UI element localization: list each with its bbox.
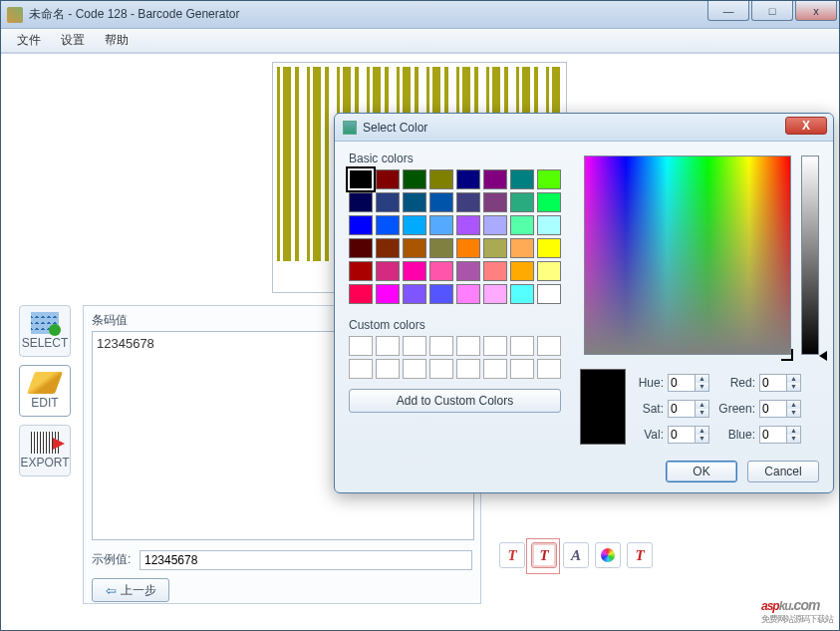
blue-input[interactable] bbox=[759, 426, 787, 444]
hue-input[interactable] bbox=[668, 374, 696, 392]
custom-swatch[interactable] bbox=[456, 336, 480, 356]
swatch[interactable] bbox=[429, 192, 453, 212]
dialog-titlebar[interactable]: Select Color X bbox=[335, 114, 833, 142]
swatch[interactable] bbox=[456, 192, 480, 212]
swatch[interactable] bbox=[429, 169, 453, 189]
menu-settings[interactable]: 设置 bbox=[51, 30, 95, 51]
green-input[interactable] bbox=[759, 400, 787, 418]
sidebar-select[interactable]: SELECT bbox=[19, 305, 71, 357]
custom-swatch[interactable] bbox=[403, 336, 426, 356]
swatch[interactable] bbox=[456, 261, 480, 281]
val-input[interactable] bbox=[668, 426, 696, 444]
red-input[interactable] bbox=[759, 374, 787, 392]
swatch[interactable] bbox=[376, 284, 400, 304]
titlebar[interactable]: 未命名 - Code 128 - Barcode Generator — □ x bbox=[1, 1, 839, 29]
val-spinner[interactable]: ▲▼ bbox=[696, 426, 709, 444]
style-icon-1[interactable]: T bbox=[499, 542, 525, 568]
swatch[interactable] bbox=[349, 238, 373, 258]
swatch[interactable] bbox=[403, 238, 426, 258]
swatch[interactable] bbox=[349, 261, 373, 281]
style-icon-5[interactable]: T bbox=[627, 542, 653, 568]
maximize-button[interactable]: □ bbox=[751, 1, 793, 21]
swatch[interactable] bbox=[429, 261, 453, 281]
swatch[interactable] bbox=[403, 215, 426, 235]
swatch[interactable] bbox=[376, 169, 400, 189]
prev-button[interactable]: ⇦ 上一步 bbox=[92, 578, 169, 602]
swatch[interactable] bbox=[510, 238, 534, 258]
swatch[interactable] bbox=[537, 215, 561, 235]
menu-help[interactable]: 帮助 bbox=[95, 30, 139, 51]
style-icon-3[interactable]: A bbox=[563, 542, 589, 568]
close-button[interactable]: x bbox=[795, 1, 837, 21]
swatch[interactable] bbox=[429, 215, 453, 235]
sample-value-input[interactable] bbox=[140, 550, 472, 570]
swatch[interactable] bbox=[483, 238, 507, 258]
blue-spinner[interactable]: ▲▼ bbox=[787, 426, 801, 444]
swatch[interactable] bbox=[537, 261, 561, 281]
custom-swatch[interactable] bbox=[483, 336, 507, 356]
swatch[interactable] bbox=[510, 192, 534, 212]
swatch[interactable] bbox=[376, 215, 400, 235]
custom-swatch[interactable] bbox=[537, 336, 561, 356]
swatch[interactable] bbox=[537, 284, 561, 304]
swatch[interactable] bbox=[349, 192, 373, 212]
swatch[interactable] bbox=[510, 169, 534, 189]
swatch[interactable] bbox=[456, 238, 480, 258]
custom-swatch[interactable] bbox=[537, 359, 561, 379]
swatch[interactable] bbox=[349, 284, 373, 304]
style-icon-2[interactable]: T bbox=[531, 542, 557, 568]
swatch[interactable] bbox=[537, 169, 561, 189]
swatch[interactable] bbox=[456, 215, 480, 235]
dialog-close-button[interactable]: X bbox=[785, 117, 827, 135]
green-spinner[interactable]: ▲▼ bbox=[787, 400, 801, 418]
menu-file[interactable]: 文件 bbox=[7, 30, 51, 51]
custom-swatch[interactable] bbox=[429, 359, 453, 379]
ok-button[interactable]: OK bbox=[666, 461, 737, 482]
swatch[interactable] bbox=[429, 238, 453, 258]
swatch[interactable] bbox=[403, 169, 426, 189]
swatch[interactable] bbox=[510, 261, 534, 281]
swatch[interactable] bbox=[483, 215, 507, 235]
swatch[interactable] bbox=[483, 284, 507, 304]
hue-sat-picker[interactable] bbox=[584, 156, 791, 355]
swatch[interactable] bbox=[483, 169, 507, 189]
custom-swatch[interactable] bbox=[483, 359, 507, 379]
cancel-button[interactable]: Cancel bbox=[747, 461, 819, 482]
sat-input[interactable] bbox=[668, 400, 696, 418]
red-spinner[interactable]: ▲▼ bbox=[787, 374, 801, 392]
style-icon-4[interactable] bbox=[595, 542, 621, 568]
swatch[interactable] bbox=[429, 284, 453, 304]
swatch[interactable] bbox=[483, 261, 507, 281]
custom-swatch[interactable] bbox=[510, 336, 534, 356]
sat-spinner[interactable]: ▲▼ bbox=[696, 400, 709, 418]
minimize-button[interactable]: — bbox=[707, 1, 749, 21]
custom-swatch[interactable] bbox=[456, 359, 480, 379]
swatch[interactable] bbox=[456, 169, 480, 189]
swatch[interactable] bbox=[376, 261, 400, 281]
add-to-custom-button[interactable]: Add to Custom Colors bbox=[349, 389, 561, 413]
hue-spinner[interactable]: ▲▼ bbox=[696, 374, 709, 392]
custom-swatch[interactable] bbox=[403, 359, 426, 379]
custom-swatch[interactable] bbox=[349, 336, 373, 356]
swatch[interactable] bbox=[403, 261, 426, 281]
swatch[interactable] bbox=[403, 192, 426, 212]
swatch[interactable] bbox=[403, 284, 426, 304]
custom-swatch[interactable] bbox=[429, 336, 453, 356]
swatch[interactable] bbox=[537, 192, 561, 212]
swatch[interactable] bbox=[537, 238, 561, 258]
custom-swatch[interactable] bbox=[349, 359, 373, 379]
swatch[interactable] bbox=[510, 215, 534, 235]
sidebar-edit[interactable]: EDIT bbox=[19, 365, 71, 417]
swatch[interactable] bbox=[483, 192, 507, 212]
custom-swatch[interactable] bbox=[376, 359, 400, 379]
custom-swatch[interactable] bbox=[376, 336, 400, 356]
swatch[interactable] bbox=[376, 238, 400, 258]
swatch[interactable] bbox=[456, 284, 480, 304]
swatch[interactable] bbox=[349, 215, 373, 235]
value-slider[interactable] bbox=[801, 156, 819, 355]
sidebar-export[interactable]: EXPORT bbox=[19, 425, 71, 476]
swatch[interactable] bbox=[376, 192, 400, 212]
swatch[interactable] bbox=[510, 284, 534, 304]
swatch[interactable] bbox=[349, 169, 373, 189]
custom-swatch[interactable] bbox=[510, 359, 534, 379]
